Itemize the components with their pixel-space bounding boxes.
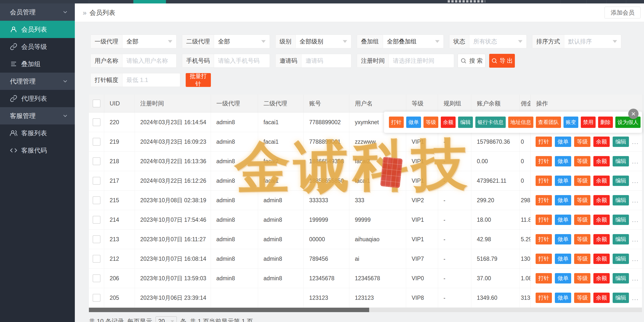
action-inject-button[interactable]: 打针 xyxy=(536,136,552,147)
row-checkbox[interactable] xyxy=(92,157,100,165)
invite-code-input[interactable] xyxy=(302,57,351,64)
action-edit-button[interactable]: 编辑 xyxy=(613,195,629,206)
action-balance-button[interactable]: 余额 xyxy=(594,292,610,303)
action-inject-button[interactable]: 打针 xyxy=(536,156,552,166)
popup-action-bank-card-info-button[interactable]: 银行卡信息 xyxy=(475,116,506,128)
popup-action-balance-button[interactable]: 余额 xyxy=(441,116,456,128)
row-checkbox[interactable] xyxy=(92,138,100,146)
action-edit-button[interactable]: 编辑 xyxy=(613,176,629,186)
action-balance-button[interactable]: 余额 xyxy=(594,176,610,186)
action-balance-button[interactable]: 余额 xyxy=(594,273,610,284)
more-actions-button[interactable]: ... xyxy=(632,255,639,263)
inject-range-input[interactable] xyxy=(122,76,180,84)
sidebar-item-stack-group[interactable]: 叠加组 xyxy=(0,55,75,72)
action-balance-button[interactable]: 余额 xyxy=(594,156,610,166)
filter-select-status[interactable]: 状态所有状态 xyxy=(449,34,527,48)
more-actions-button[interactable]: ... xyxy=(632,196,639,204)
horizontal-scrollbar-thumb[interactable] xyxy=(89,308,369,312)
search-button[interactable]: 搜 索 xyxy=(458,54,486,68)
phone-input[interactable] xyxy=(214,57,270,64)
sidebar-item-service-management[interactable]: 客服管理 xyxy=(0,107,75,124)
page-size-select[interactable]: 20 xyxy=(156,316,177,322)
sidebar-item-member-management[interactable]: 会员管理 xyxy=(0,4,75,21)
filter-select-sort[interactable]: 排序方式默认排序 xyxy=(532,34,621,48)
row-checkbox[interactable] xyxy=(92,216,100,224)
more-actions-button[interactable]: ... xyxy=(632,236,639,243)
action-balance-button[interactable]: 余额 xyxy=(594,136,610,147)
action-inject-button[interactable]: 打针 xyxy=(536,195,552,206)
filter-select-stack-group[interactable]: 叠加组全部叠加组 xyxy=(357,34,444,48)
action-make-order-button[interactable]: 做单 xyxy=(555,292,571,303)
action-edit-button[interactable]: 编辑 xyxy=(613,234,629,244)
action-level-button[interactable]: 等级 xyxy=(574,136,590,147)
batch-inject-button[interactable]: 批量打针 xyxy=(186,73,211,87)
row-checkbox[interactable] xyxy=(92,235,100,243)
sidebar-item-member-level[interactable]: 会员等级 xyxy=(0,38,75,55)
popup-action-level-button[interactable]: 等级 xyxy=(424,116,438,128)
action-make-order-button[interactable]: 做单 xyxy=(555,156,571,166)
action-level-button[interactable]: 等级 xyxy=(574,273,590,284)
action-edit-button[interactable]: 编辑 xyxy=(613,136,629,147)
more-actions-button[interactable]: ... xyxy=(632,216,639,224)
row-checkbox[interactable] xyxy=(92,294,100,302)
action-balance-button[interactable]: 余额 xyxy=(594,195,610,206)
action-level-button[interactable]: 等级 xyxy=(574,176,590,186)
action-make-order-button[interactable]: 做单 xyxy=(555,234,571,244)
row-checkbox[interactable] xyxy=(92,118,100,126)
action-level-button[interactable]: 等级 xyxy=(574,195,590,206)
popup-close-button[interactable]: × xyxy=(628,109,638,119)
action-make-order-button[interactable]: 做单 xyxy=(555,176,571,186)
add-member-button[interactable]: 添加会员 xyxy=(604,7,640,18)
user-name-input[interactable] xyxy=(122,57,176,64)
action-inject-button[interactable]: 打针 xyxy=(536,234,552,244)
action-balance-button[interactable]: 余额 xyxy=(594,254,610,264)
popup-action-inject-button[interactable]: 打针 xyxy=(389,116,404,128)
select-all-checkbox[interactable] xyxy=(92,100,100,108)
action-inject-button[interactable]: 打针 xyxy=(536,273,552,284)
popup-action-view-team-button[interactable]: 查看团队 xyxy=(536,116,561,128)
popup-action-set-as-fake-button[interactable]: 设为假人 xyxy=(615,116,640,128)
action-level-button[interactable]: 等级 xyxy=(574,156,590,166)
action-make-order-button[interactable]: 做单 xyxy=(555,254,571,264)
action-make-order-button[interactable]: 做单 xyxy=(555,214,571,225)
action-edit-button[interactable]: 编辑 xyxy=(613,273,629,284)
filter-select-level[interactable]: 级别全部级别 xyxy=(275,34,352,48)
action-inject-button[interactable]: 打针 xyxy=(536,214,552,225)
sidebar-item-service-code[interactable]: 客服代码 xyxy=(0,142,75,159)
action-edit-button[interactable]: 编辑 xyxy=(613,254,629,264)
row-checkbox[interactable] xyxy=(92,196,100,204)
action-edit-button[interactable]: 编辑 xyxy=(613,214,629,225)
popup-action-disable-button[interactable]: 禁用 xyxy=(581,116,596,128)
row-checkbox[interactable] xyxy=(92,274,100,282)
action-level-button[interactable]: 等级 xyxy=(574,214,590,225)
more-actions-button[interactable]: ... xyxy=(632,274,639,282)
action-level-button[interactable]: 等级 xyxy=(574,234,590,244)
active-top-tab[interactable] xyxy=(133,0,166,4)
action-make-order-button[interactable]: 做单 xyxy=(555,273,571,284)
export-button[interactable]: 导 出 xyxy=(489,54,515,68)
action-inject-button[interactable]: 打针 xyxy=(536,292,552,303)
action-edit-button[interactable]: 编辑 xyxy=(613,156,629,166)
action-balance-button[interactable]: 余额 xyxy=(594,234,610,244)
more-actions-button[interactable]: ... xyxy=(632,138,639,146)
row-checkbox[interactable] xyxy=(92,177,100,185)
action-balance-button[interactable]: 余额 xyxy=(594,214,610,225)
more-actions-button[interactable]: ... xyxy=(632,177,639,185)
popup-action-delete-button[interactable]: 删除 xyxy=(598,116,613,128)
row-checkbox[interactable] xyxy=(92,255,100,263)
action-level-button[interactable]: 等级 xyxy=(574,292,590,303)
popup-action-account-change-button[interactable]: 账变 xyxy=(564,116,578,128)
more-actions-button[interactable]: ... xyxy=(632,294,639,302)
filter-select-agent-level1[interactable]: 一级代理全部 xyxy=(90,34,176,48)
action-inject-button[interactable]: 打针 xyxy=(536,176,552,186)
sidebar-item-agent-list[interactable]: 代理列表 xyxy=(0,90,75,107)
action-level-button[interactable]: 等级 xyxy=(574,254,590,264)
more-actions-button[interactable]: ... xyxy=(632,158,639,165)
filter-select-agent-level2[interactable]: 二级代理全部 xyxy=(182,34,270,48)
popup-action-make-order-button[interactable]: 做单 xyxy=(406,116,421,128)
popup-action-address-info-button[interactable]: 地址信息 xyxy=(508,116,533,128)
action-make-order-button[interactable]: 做单 xyxy=(555,136,571,147)
action-inject-button[interactable]: 打针 xyxy=(536,254,552,264)
popup-action-edit-button[interactable]: 编辑 xyxy=(458,116,473,128)
sidebar-item-member-list[interactable]: 会员列表 xyxy=(0,21,75,38)
